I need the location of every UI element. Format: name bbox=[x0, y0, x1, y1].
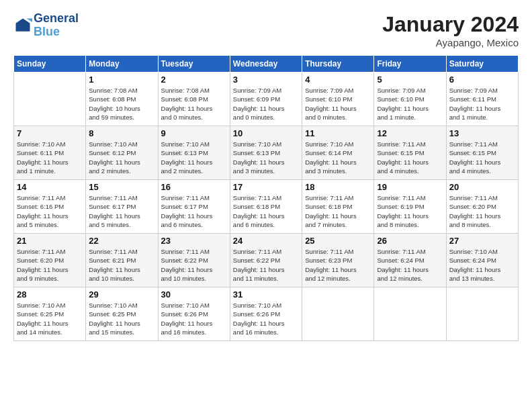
calendar-cell bbox=[374, 287, 446, 341]
day-info: Sunrise: 7:11 AMSunset: 6:18 PMDaylight:… bbox=[305, 193, 371, 229]
day-number: 29 bbox=[89, 289, 154, 300]
day-info: Sunrise: 7:11 AMSunset: 6:15 PMDaylight:… bbox=[377, 140, 443, 175]
day-info: Sunrise: 7:10 AMSunset: 6:26 PMDaylight:… bbox=[233, 301, 299, 336]
calendar-cell: 13Sunrise: 7:11 AMSunset: 6:15 PMDayligh… bbox=[446, 126, 518, 180]
day-info: Sunrise: 7:11 AMSunset: 6:16 PMDaylight:… bbox=[17, 193, 83, 229]
col-saturday: Saturday bbox=[446, 56, 518, 73]
day-info: Sunrise: 7:09 AMSunset: 6:10 PMDaylight:… bbox=[377, 86, 443, 122]
day-info: Sunrise: 7:09 AMSunset: 6:10 PMDaylight:… bbox=[305, 86, 371, 122]
day-info: Sunrise: 7:10 AMSunset: 6:13 PMDaylight:… bbox=[233, 140, 299, 175]
day-info: Sunrise: 7:08 AMSunset: 6:08 PMDaylight:… bbox=[89, 86, 154, 122]
day-info: Sunrise: 7:10 AMSunset: 6:11 PMDaylight:… bbox=[17, 140, 83, 175]
day-info: Sunrise: 7:11 AMSunset: 6:18 PMDaylight:… bbox=[233, 193, 299, 229]
day-number: 13 bbox=[449, 128, 515, 138]
col-monday: Monday bbox=[86, 56, 158, 73]
calendar-cell: 24Sunrise: 7:11 AMSunset: 6:22 PMDayligh… bbox=[230, 234, 302, 287]
calendar-cell: 29Sunrise: 7:10 AMSunset: 6:25 PMDayligh… bbox=[86, 287, 158, 341]
calendar-cell: 10Sunrise: 7:10 AMSunset: 6:13 PMDayligh… bbox=[230, 126, 302, 180]
day-info: Sunrise: 7:09 AMSunset: 6:11 PMDaylight:… bbox=[449, 86, 515, 122]
calendar-cell: 4Sunrise: 7:09 AMSunset: 6:10 PMDaylight… bbox=[302, 73, 374, 126]
svg-marker-0 bbox=[16, 18, 30, 31]
day-number: 10 bbox=[233, 128, 299, 138]
col-sunday: Sunday bbox=[14, 56, 86, 73]
calendar-cell: 20Sunrise: 7:11 AMSunset: 6:20 PMDayligh… bbox=[446, 180, 518, 234]
calendar-cell: 8Sunrise: 7:10 AMSunset: 6:12 PMDaylight… bbox=[86, 126, 158, 180]
day-info: Sunrise: 7:10 AMSunset: 6:24 PMDaylight:… bbox=[449, 247, 515, 283]
day-info: Sunrise: 7:10 AMSunset: 6:12 PMDaylight:… bbox=[89, 140, 154, 175]
calendar-cell bbox=[302, 287, 374, 341]
day-info: Sunrise: 7:11 AMSunset: 6:23 PMDaylight:… bbox=[305, 247, 371, 283]
calendar-cell: 30Sunrise: 7:10 AMSunset: 6:26 PMDayligh… bbox=[158, 287, 230, 341]
calendar-week-4: 21Sunrise: 7:11 AMSunset: 6:20 PMDayligh… bbox=[14, 234, 519, 287]
calendar-body: 1Sunrise: 7:08 AMSunset: 6:08 PMDaylight… bbox=[14, 73, 519, 341]
day-number: 23 bbox=[161, 236, 227, 246]
day-info: Sunrise: 7:08 AMSunset: 6:08 PMDaylight:… bbox=[161, 86, 227, 122]
day-number: 2 bbox=[161, 75, 227, 85]
day-info: Sunrise: 7:11 AMSunset: 6:22 PMDaylight:… bbox=[233, 247, 299, 283]
day-info: Sunrise: 7:10 AMSunset: 6:14 PMDaylight:… bbox=[305, 140, 371, 175]
calendar-week-3: 14Sunrise: 7:11 AMSunset: 6:16 PMDayligh… bbox=[14, 180, 519, 234]
calendar-cell: 25Sunrise: 7:11 AMSunset: 6:23 PMDayligh… bbox=[302, 234, 374, 287]
day-number: 18 bbox=[305, 182, 371, 192]
month-title: January 2024 bbox=[382, 12, 519, 37]
day-info: Sunrise: 7:10 AMSunset: 6:25 PMDaylight:… bbox=[17, 301, 83, 336]
header-row: Sunday Monday Tuesday Wednesday Thursday… bbox=[14, 56, 519, 73]
calendar-cell: 31Sunrise: 7:10 AMSunset: 6:26 PMDayligh… bbox=[230, 287, 302, 341]
calendar-cell bbox=[446, 287, 518, 341]
calendar-cell: 11Sunrise: 7:10 AMSunset: 6:14 PMDayligh… bbox=[302, 126, 374, 180]
calendar-cell: 23Sunrise: 7:11 AMSunset: 6:22 PMDayligh… bbox=[158, 234, 230, 287]
day-number: 27 bbox=[449, 236, 515, 246]
calendar-cell: 22Sunrise: 7:11 AMSunset: 6:21 PMDayligh… bbox=[86, 234, 158, 287]
calendar-cell: 1Sunrise: 7:08 AMSunset: 6:08 PMDaylight… bbox=[86, 73, 158, 126]
calendar-cell: 3Sunrise: 7:09 AMSunset: 6:09 PMDaylight… bbox=[230, 73, 302, 126]
logo-icon bbox=[13, 16, 32, 35]
day-number: 1 bbox=[89, 75, 154, 85]
calendar-cell: 28Sunrise: 7:10 AMSunset: 6:25 PMDayligh… bbox=[14, 287, 86, 341]
day-info: Sunrise: 7:10 AMSunset: 6:13 PMDaylight:… bbox=[161, 140, 227, 175]
day-number: 16 bbox=[161, 182, 227, 192]
day-number: 26 bbox=[377, 236, 443, 246]
calendar-cell: 27Sunrise: 7:10 AMSunset: 6:24 PMDayligh… bbox=[446, 234, 518, 287]
day-info: Sunrise: 7:11 AMSunset: 6:19 PMDaylight:… bbox=[377, 193, 443, 229]
day-number: 14 bbox=[17, 182, 83, 192]
day-number: 4 bbox=[305, 75, 371, 85]
day-number: 8 bbox=[89, 128, 154, 138]
page: General Blue January 2024 Ayapango, Mexi… bbox=[0, 0, 532, 411]
day-info: Sunrise: 7:11 AMSunset: 6:24 PMDaylight:… bbox=[377, 247, 443, 283]
day-info: Sunrise: 7:11 AMSunset: 6:22 PMDaylight:… bbox=[161, 247, 227, 283]
day-number: 15 bbox=[89, 182, 154, 192]
day-info: Sunrise: 7:11 AMSunset: 6:15 PMDaylight:… bbox=[449, 140, 515, 175]
col-wednesday: Wednesday bbox=[230, 56, 302, 73]
logo-text: General Blue bbox=[34, 12, 79, 39]
calendar-cell: 14Sunrise: 7:11 AMSunset: 6:16 PMDayligh… bbox=[14, 180, 86, 234]
calendar-cell: 15Sunrise: 7:11 AMSunset: 6:17 PMDayligh… bbox=[86, 180, 158, 234]
day-info: Sunrise: 7:09 AMSunset: 6:09 PMDaylight:… bbox=[233, 86, 299, 122]
calendar-cell: 5Sunrise: 7:09 AMSunset: 6:10 PMDaylight… bbox=[374, 73, 446, 126]
day-number: 19 bbox=[377, 182, 443, 192]
day-number: 20 bbox=[449, 182, 515, 192]
calendar-week-1: 1Sunrise: 7:08 AMSunset: 6:08 PMDaylight… bbox=[14, 73, 519, 126]
day-number: 6 bbox=[449, 75, 515, 85]
logo: General Blue bbox=[13, 12, 79, 39]
calendar-cell: 12Sunrise: 7:11 AMSunset: 6:15 PMDayligh… bbox=[374, 126, 446, 180]
title-block: January 2024 Ayapango, Mexico bbox=[382, 12, 519, 48]
day-number: 28 bbox=[17, 289, 83, 300]
col-tuesday: Tuesday bbox=[158, 56, 230, 73]
col-friday: Friday bbox=[374, 56, 446, 73]
location: Ayapango, Mexico bbox=[382, 37, 519, 48]
day-number: 22 bbox=[89, 236, 154, 246]
calendar-cell: 17Sunrise: 7:11 AMSunset: 6:18 PMDayligh… bbox=[230, 180, 302, 234]
day-info: Sunrise: 7:11 AMSunset: 6:20 PMDaylight:… bbox=[17, 247, 83, 283]
day-info: Sunrise: 7:10 AMSunset: 6:25 PMDaylight:… bbox=[89, 301, 154, 336]
col-thursday: Thursday bbox=[302, 56, 374, 73]
calendar-cell: 26Sunrise: 7:11 AMSunset: 6:24 PMDayligh… bbox=[374, 234, 446, 287]
day-number: 21 bbox=[17, 236, 83, 246]
day-info: Sunrise: 7:11 AMSunset: 6:20 PMDaylight:… bbox=[449, 193, 515, 229]
calendar-cell: 2Sunrise: 7:08 AMSunset: 6:08 PMDaylight… bbox=[158, 73, 230, 126]
calendar-cell: 18Sunrise: 7:11 AMSunset: 6:18 PMDayligh… bbox=[302, 180, 374, 234]
day-number: 30 bbox=[161, 289, 227, 300]
calendar-table: Sunday Monday Tuesday Wednesday Thursday… bbox=[13, 55, 519, 341]
day-number: 5 bbox=[377, 75, 443, 85]
day-info: Sunrise: 7:11 AMSunset: 6:17 PMDaylight:… bbox=[89, 193, 154, 229]
calendar-cell: 6Sunrise: 7:09 AMSunset: 6:11 PMDaylight… bbox=[446, 73, 518, 126]
